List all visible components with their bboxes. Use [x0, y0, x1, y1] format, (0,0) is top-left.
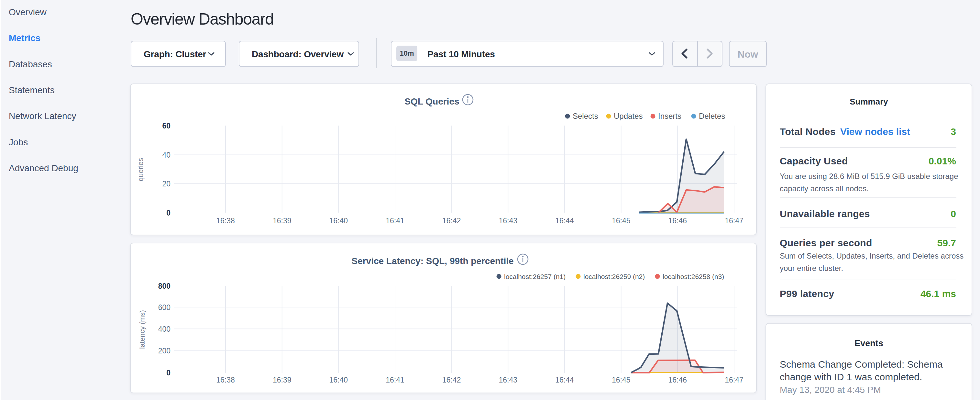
svg-text:200: 200 — [158, 347, 170, 355]
svg-text:queries: queries — [137, 158, 145, 181]
svg-text:20: 20 — [162, 180, 170, 188]
svg-text:16:39: 16:39 — [273, 217, 291, 225]
svg-text:16:43: 16:43 — [499, 217, 518, 225]
svg-text:Selects: Selects — [573, 112, 598, 120]
svg-text:16:47: 16:47 — [725, 217, 743, 225]
svg-text:SQL Queries: SQL Queries — [404, 96, 459, 107]
svg-text:16:42: 16:42 — [442, 376, 461, 384]
svg-text:0: 0 — [166, 369, 170, 377]
svg-text:Service Latency: SQL, 99th per: Service Latency: SQL, 99th percentile — [352, 256, 514, 266]
svg-text:localhost:26258 (n3): localhost:26258 (n3) — [663, 273, 724, 280]
svg-text:600: 600 — [158, 303, 170, 312]
svg-text:localhost:26257 (n1): localhost:26257 (n1) — [504, 273, 566, 280]
svg-text:40: 40 — [162, 151, 170, 159]
svg-text:400: 400 — [158, 325, 170, 333]
svg-text:Updates: Updates — [614, 112, 643, 120]
svg-text:16:40: 16:40 — [329, 376, 348, 384]
svg-text:Inserts: Inserts — [658, 112, 681, 120]
svg-text:16:47: 16:47 — [725, 376, 743, 384]
svg-text:16:44: 16:44 — [555, 217, 574, 225]
svg-text:16:45: 16:45 — [612, 217, 631, 225]
svg-text:16:44: 16:44 — [555, 376, 574, 384]
svg-text:800: 800 — [158, 282, 170, 290]
svg-text:Deletes: Deletes — [699, 112, 725, 120]
svg-text:16:38: 16:38 — [216, 217, 235, 225]
svg-text:16:41: 16:41 — [386, 217, 404, 225]
svg-text:localhost:26259 (n2): localhost:26259 (n2) — [583, 273, 645, 280]
svg-text:0: 0 — [166, 209, 170, 217]
svg-text:16:46: 16:46 — [668, 376, 687, 384]
svg-text:16:42: 16:42 — [442, 217, 461, 225]
svg-text:16:40: 16:40 — [329, 217, 348, 225]
svg-text:60: 60 — [162, 122, 170, 130]
svg-text:16:46: 16:46 — [668, 217, 687, 225]
svg-text:16:38: 16:38 — [216, 376, 235, 384]
svg-text:16:45: 16:45 — [612, 376, 631, 384]
svg-text:latency (ms): latency (ms) — [138, 310, 146, 349]
svg-text:16:39: 16:39 — [273, 376, 291, 384]
svg-text:16:41: 16:41 — [386, 376, 404, 384]
svg-text:16:43: 16:43 — [499, 376, 518, 384]
